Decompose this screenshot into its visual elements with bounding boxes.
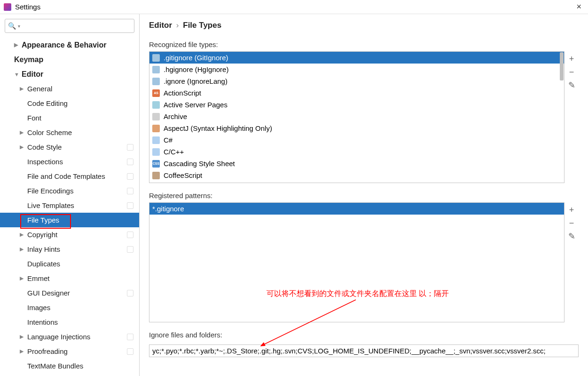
- project-badge-icon: [127, 246, 133, 253]
- cs-icon: [152, 136, 160, 144]
- arrow-icon: ▼: [14, 72, 22, 77]
- project-badge-icon: [127, 290, 133, 296]
- sidebar-item-file-types[interactable]: File Types: [0, 213, 139, 227]
- project-badge-icon: [127, 232, 133, 238]
- sidebar-item-copyright[interactable]: ▶Copyright: [0, 227, 139, 242]
- sidebar-item-proofreading[interactable]: ▶Proofreading: [0, 344, 139, 359]
- sidebar-item-inlay-hints[interactable]: ▶Inlay Hints: [0, 242, 139, 256]
- filetype-item[interactable]: .hgignore (HgIgnore): [149, 64, 564, 75]
- arrow-icon: ▶: [20, 129, 27, 136]
- sidebar-item-code-editing[interactable]: Code Editing: [0, 96, 139, 111]
- filetype-item[interactable]: AspectJ (Syntax Highlighting Only): [149, 122, 564, 134]
- sidebar-item-emmet[interactable]: ▶Emmet: [0, 271, 139, 286]
- coffee-icon: [152, 172, 160, 179]
- filetype-item[interactable]: Archive: [149, 111, 564, 122]
- sidebar-item-label: General: [27, 85, 52, 93]
- sidebar-item-color-scheme[interactable]: ▶Color Scheme: [0, 125, 139, 140]
- sidebar-item-gui-designer[interactable]: GUI Designer: [0, 286, 139, 300]
- filetype-item[interactable]: C/C++: [149, 146, 564, 158]
- as-icon: AS: [152, 89, 160, 97]
- aj-icon: [152, 125, 160, 132]
- app-icon: [4, 3, 11, 11]
- sidebar-item-language-injections[interactable]: ▶Language Injections: [0, 329, 139, 344]
- titlebar: Settings ×: [0, 0, 588, 14]
- project-badge-icon: [127, 334, 133, 340]
- css-icon: CSS: [152, 160, 160, 168]
- ign-icon: [152, 66, 160, 73]
- ignore-label: Ignore files and folders:: [149, 331, 579, 339]
- pattern-label: *.gitignore: [152, 205, 184, 213]
- remove-filetype-button[interactable]: −: [566, 66, 577, 78]
- c-icon: [152, 148, 160, 156]
- sidebar-item-label: Language Injections: [27, 333, 90, 341]
- arrow-icon: ▶: [20, 246, 27, 252]
- filetypes-list[interactable]: .gitignore (GitIgnore).hgignore (HgIgnor…: [149, 51, 564, 183]
- filetype-item[interactable]: Active Server Pages: [149, 99, 564, 111]
- edit-pattern-button[interactable]: ✎: [566, 231, 577, 242]
- chevron-down-icon: ▾: [18, 24, 20, 29]
- recognized-label: Recognized file types:: [149, 40, 579, 48]
- main-panel: Editor › File Types Recognized file type…: [140, 14, 588, 376]
- pattern-item[interactable]: *.gitignore: [149, 203, 564, 215]
- filetype-label: AspectJ (Syntax Highlighting Only): [164, 124, 272, 132]
- arrow-icon: ▶: [20, 334, 27, 340]
- filetype-label: .hgignore (HgIgnore): [164, 65, 228, 73]
- filetype-item[interactable]: CSSCascading Style Sheet: [149, 158, 564, 169]
- sidebar-item-label: Editor: [22, 70, 43, 79]
- sidebar-item-label: Intentions: [27, 318, 58, 326]
- sidebar-item-inspections[interactable]: Inspections: [0, 154, 139, 169]
- sidebar-item-label: Images: [27, 304, 50, 312]
- project-badge-icon: [127, 144, 133, 151]
- sidebar-item-label: Inspections: [27, 158, 63, 166]
- ign-icon: [152, 78, 160, 85]
- patterns-label: Registered patterns:: [149, 192, 579, 200]
- project-badge-icon: [127, 202, 133, 209]
- filetype-item[interactable]: C#: [149, 134, 564, 146]
- sidebar-item-appearance-behavior[interactable]: ▶Appearance & Behavior: [0, 38, 139, 52]
- sidebar-item-label: File and Code Templates: [27, 172, 105, 180]
- filetype-item[interactable]: .ignore (IgnoreLang): [149, 75, 564, 87]
- ignore-input[interactable]: [149, 344, 579, 357]
- sidebar-item-label: Inlay Hints: [27, 245, 60, 253]
- sidebar-item-file-encodings[interactable]: File Encodings: [0, 184, 139, 198]
- filetype-item[interactable]: .gitignore (GitIgnore): [149, 52, 564, 64]
- sidebar-item-font[interactable]: Font: [0, 111, 139, 125]
- sidebar-item-label: GUI Designer: [27, 289, 70, 297]
- close-button[interactable]: ×: [573, 2, 584, 12]
- sidebar-item-live-templates[interactable]: Live Templates: [0, 198, 139, 213]
- arrow-icon: ▶: [20, 86, 27, 92]
- filetype-label: Active Server Pages: [164, 101, 227, 109]
- search-input[interactable]: 🔍 ▾: [5, 19, 134, 33]
- patterns-list[interactable]: *.gitignore: [149, 202, 564, 322]
- sidebar-item-code-style[interactable]: ▶Code Style: [0, 140, 139, 154]
- breadcrumb-separator: ›: [176, 21, 179, 30]
- sidebar-item-keymap[interactable]: Keymap: [0, 52, 139, 67]
- edit-filetype-button[interactable]: ✎: [566, 80, 577, 91]
- remove-pattern-button[interactable]: −: [566, 217, 577, 229]
- breadcrumb: Editor › File Types: [149, 21, 579, 30]
- sidebar-item-file-and-code-templates[interactable]: File and Code Templates: [0, 169, 139, 184]
- sidebar-item-images[interactable]: Images: [0, 300, 139, 315]
- sidebar-item-editor[interactable]: ▼Editor: [0, 67, 139, 81]
- sidebar-item-label: Code Style: [27, 143, 62, 151]
- add-filetype-button[interactable]: +: [566, 53, 577, 64]
- arch-icon: [152, 113, 160, 120]
- sidebar-item-general[interactable]: ▶General: [0, 81, 139, 96]
- sidebar-item-textmate-bundles[interactable]: TextMate Bundles: [0, 359, 139, 373]
- arrow-icon: ▶: [20, 144, 27, 150]
- sidebar-item-label: Emmet: [27, 274, 50, 282]
- filetype-item[interactable]: CoffeeScript: [149, 169, 564, 181]
- window-title: Settings: [15, 3, 40, 11]
- scrollbar-thumb[interactable]: [560, 52, 564, 80]
- sidebar-item-duplicates[interactable]: Duplicates: [0, 256, 139, 271]
- add-pattern-button[interactable]: +: [566, 204, 577, 216]
- sidebar-item-label: Proofreading: [27, 347, 68, 355]
- filetype-item[interactable]: ASActionScript: [149, 87, 564, 99]
- asp-icon: [152, 101, 160, 109]
- arrow-icon: ▶: [20, 275, 27, 281]
- search-icon: 🔍: [8, 22, 16, 30]
- breadcrumb-parent: Editor: [149, 21, 172, 30]
- sidebar-item-label: Copyright: [27, 231, 57, 239]
- sidebar-item-intentions[interactable]: Intentions: [0, 315, 139, 329]
- sidebar-item-label: Appearance & Behavior: [22, 41, 107, 49]
